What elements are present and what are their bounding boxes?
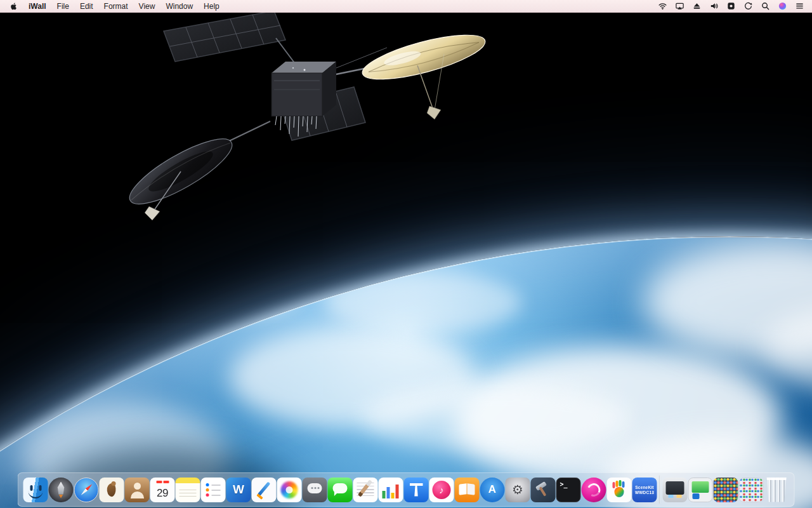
- sync-icon[interactable]: [743, 1, 753, 11]
- dock-icon-reminders[interactable]: [201, 478, 226, 502]
- notification-center-icon[interactable]: [795, 1, 804, 11]
- appstore-glyph: A: [488, 483, 496, 496]
- menu-view[interactable]: View: [139, 2, 155, 11]
- dock-icon-terminal[interactable]: >_: [556, 478, 581, 502]
- dock-icon-utility[interactable]: [252, 478, 277, 502]
- cloud: [363, 384, 629, 453]
- dock-icon-chat-dark[interactable]: [303, 478, 327, 502]
- dock-icon-falcon[interactable]: [100, 478, 124, 502]
- cloud: [325, 272, 521, 333]
- spotlight-icon[interactable]: [761, 1, 770, 11]
- dock-icon-messages[interactable]: [328, 478, 353, 502]
- dock-icon-launchpad[interactable]: [49, 478, 74, 502]
- dock-icon-books[interactable]: [455, 478, 480, 502]
- dock-icon-screen[interactable]: [688, 478, 713, 502]
- dock-icon-keynote[interactable]: [404, 478, 429, 502]
- desktop: iWall FileEditFormatViewWindowHelp: [0, 0, 812, 508]
- dock-icon-photos[interactable]: [277, 478, 302, 502]
- word-glyph: W: [233, 483, 244, 497]
- menu-format[interactable]: Format: [104, 2, 128, 11]
- volume-icon[interactable]: [709, 1, 719, 11]
- menu-file[interactable]: File: [57, 2, 69, 11]
- dock-icon-textedit[interactable]: [353, 478, 378, 502]
- active-app-name[interactable]: iWall: [29, 2, 46, 11]
- dock: 29W♪A⚙>_SceneKitWWDC13: [18, 472, 795, 507]
- dock-icon-scenekit[interactable]: SceneKitWWDC13: [632, 478, 657, 502]
- menu-window[interactable]: Window: [166, 2, 193, 11]
- dock-icon-safari[interactable]: [74, 478, 99, 502]
- menu-items: FileEditFormatViewWindowHelp: [57, 2, 219, 11]
- dock-icon-notes[interactable]: [176, 478, 200, 502]
- wifi-icon[interactable]: [658, 1, 667, 11]
- dock-icon-movie[interactable]: [663, 478, 688, 502]
- dock-separator: [660, 476, 660, 504]
- settings-glyph: ⚙: [512, 482, 523, 497]
- dock-icon-charts[interactable]: [379, 478, 403, 502]
- menu-status-area: [658, 1, 812, 11]
- terminal-glyph: >_: [560, 481, 568, 488]
- calendar-day: 29: [150, 487, 175, 500]
- menu-left: iWall FileEditFormatViewWindowHelp: [0, 2, 219, 11]
- dock-icon-music[interactable]: ♪: [429, 478, 454, 502]
- display-icon[interactable]: [675, 1, 684, 11]
- music-glyph: ♪: [439, 485, 444, 495]
- dock-icon-contacts[interactable]: [125, 478, 150, 502]
- menu-help[interactable]: Help: [204, 2, 219, 11]
- scenekit-label: SceneKit: [635, 485, 653, 490]
- dock-icon-finder[interactable]: [23, 478, 48, 502]
- dock-icon-trash[interactable]: [764, 478, 789, 502]
- menu-edit[interactable]: Edit: [80, 2, 93, 11]
- cloud: [166, 272, 299, 320]
- scenekit-label: WWDC13: [635, 490, 654, 495]
- dock-icon-settings[interactable]: ⚙: [506, 478, 530, 502]
- eject-icon[interactable]: [692, 1, 702, 11]
- dock-icon-hand[interactable]: [607, 478, 632, 502]
- menu-bar: iWall FileEditFormatViewWindowHelp: [0, 0, 812, 13]
- apple-menu-icon[interactable]: [10, 2, 18, 11]
- calendar-month-marks: [150, 481, 175, 483]
- dock-icon-calendar[interactable]: 29: [150, 478, 175, 502]
- dock-icon-devtool[interactable]: [531, 478, 556, 502]
- siri-icon[interactable]: [778, 1, 787, 11]
- dock-icon-grid1[interactable]: [714, 478, 738, 502]
- dock-icon-magenta[interactable]: [582, 478, 606, 502]
- dock-icon-appstore[interactable]: A: [480, 478, 505, 502]
- earth-wallpaper: [0, 236, 812, 508]
- dock-icon-word[interactable]: W: [226, 478, 251, 502]
- satellite-illustration: [114, 10, 495, 238]
- dock-icon-grid2[interactable]: [739, 478, 764, 502]
- input-source-icon[interactable]: [726, 1, 736, 11]
